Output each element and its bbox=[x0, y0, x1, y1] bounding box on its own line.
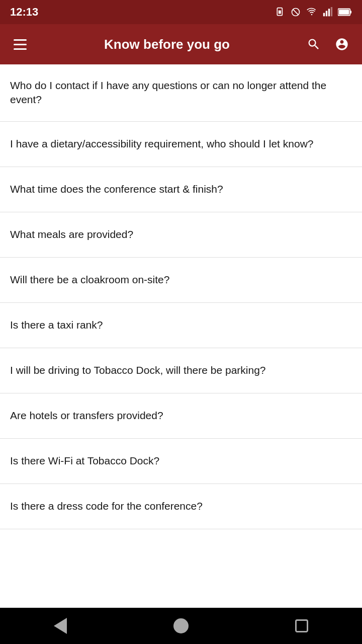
page-title: Know before you go bbox=[32, 37, 302, 52]
app-bar-actions bbox=[302, 32, 354, 56]
svg-rect-1 bbox=[279, 11, 281, 14]
faq-item[interactable]: Is there a dress code for the conference… bbox=[0, 484, 362, 529]
faq-question: Who do I contact if I have any questions… bbox=[10, 78, 352, 107]
svg-rect-7 bbox=[328, 9, 330, 16]
faq-question: Is there a taxi rank? bbox=[10, 318, 352, 332]
recent-button[interactable] bbox=[282, 613, 322, 639]
faq-item[interactable]: I will be driving to Tobacco Dock, will … bbox=[0, 348, 362, 393]
search-icon bbox=[307, 37, 321, 51]
status-time: 12:13 bbox=[10, 6, 38, 19]
faq-question: What time does the conference start & fi… bbox=[10, 182, 352, 196]
blocked-icon bbox=[291, 7, 301, 17]
svg-rect-10 bbox=[350, 11, 351, 14]
svg-rect-11 bbox=[339, 10, 349, 14]
nav-bar bbox=[0, 608, 362, 644]
faq-question: Will there be a cloakroom on-site? bbox=[10, 273, 352, 287]
faq-item[interactable]: Is there Wi-Fi at Tobacco Dock? bbox=[0, 439, 362, 484]
menu-button[interactable] bbox=[8, 32, 32, 56]
faq-item[interactable]: Are hotels or transfers provided? bbox=[0, 393, 362, 439]
faq-question: Are hotels or transfers provided? bbox=[10, 409, 352, 423]
faq-item[interactable]: What meals are provided? bbox=[0, 212, 362, 258]
faq-question: Is there a dress code for the conference… bbox=[10, 499, 352, 513]
home-button[interactable] bbox=[161, 613, 201, 639]
signal-icon bbox=[323, 7, 333, 17]
faq-item[interactable]: Is there a taxi rank? bbox=[0, 303, 362, 348]
battery-icon bbox=[338, 8, 352, 17]
faq-item[interactable]: Who do I contact if I have any questions… bbox=[0, 64, 362, 122]
back-icon bbox=[54, 618, 67, 634]
faq-item[interactable]: What time does the conference start & fi… bbox=[0, 167, 362, 212]
wifi-icon bbox=[306, 7, 318, 17]
status-icons bbox=[276, 7, 352, 17]
recent-icon bbox=[295, 619, 308, 632]
faq-item[interactable]: Will there be a cloakroom on-site? bbox=[0, 258, 362, 303]
faq-question: I will be driving to Tobacco Dock, will … bbox=[10, 363, 352, 377]
status-bar: 12:13 bbox=[0, 0, 362, 24]
faq-item[interactable]: I have a dietary/accessibility requireme… bbox=[0, 122, 362, 167]
sim-icon bbox=[276, 7, 286, 17]
svg-point-4 bbox=[311, 14, 313, 16]
search-button[interactable] bbox=[302, 32, 326, 56]
profile-icon bbox=[335, 37, 349, 51]
back-button[interactable] bbox=[40, 613, 80, 639]
home-icon bbox=[173, 618, 189, 633]
faq-question: I have a dietary/accessibility requireme… bbox=[10, 137, 352, 151]
svg-rect-6 bbox=[326, 11, 327, 17]
faq-question: What meals are provided? bbox=[10, 227, 352, 242]
app-bar: Know before you go bbox=[0, 24, 362, 64]
svg-rect-8 bbox=[331, 7, 332, 16]
profile-button[interactable] bbox=[330, 32, 354, 56]
faq-question: Is there Wi-Fi at Tobacco Dock? bbox=[10, 454, 352, 468]
svg-rect-5 bbox=[323, 13, 325, 17]
faq-list: Who do I contact if I have any questions… bbox=[0, 64, 362, 608]
svg-line-3 bbox=[293, 10, 299, 15]
